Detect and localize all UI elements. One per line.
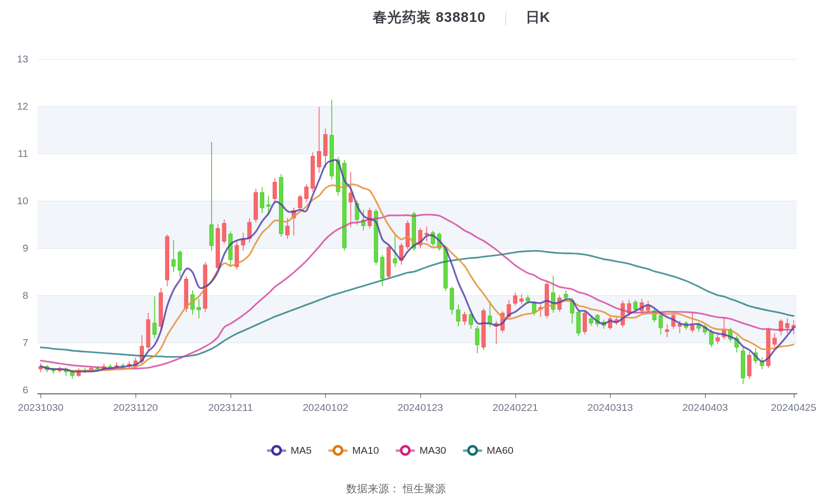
ma5-legend-icon bbox=[267, 445, 286, 456]
title-separator: ｜ bbox=[499, 9, 512, 26]
y-axis-label: 11 bbox=[0, 148, 28, 159]
legend-item-ma5[interactable]: MA5 bbox=[267, 445, 312, 456]
legend-label: MA30 bbox=[419, 445, 446, 456]
x-axis-label: 20240403 bbox=[682, 402, 728, 413]
ma60-legend-icon bbox=[463, 445, 482, 456]
y-axis-label: 8 bbox=[0, 290, 28, 301]
x-axis-label: 20240102 bbox=[303, 402, 348, 413]
x-axis-label: 20240221 bbox=[493, 402, 538, 413]
x-axis-label: 20231030 bbox=[18, 402, 63, 413]
legend: MA5 MA10 MA30 MA60 bbox=[267, 445, 513, 456]
kline-plot-canvas[interactable] bbox=[0, 0, 829, 504]
y-axis-label: 12 bbox=[0, 100, 28, 112]
y-axis-label: 13 bbox=[0, 53, 28, 65]
legend-item-ma60[interactable]: MA60 bbox=[463, 445, 513, 456]
x-axis-label: 20240425 bbox=[771, 402, 816, 413]
data-source-note: 数据来源： 恒生聚源 bbox=[346, 482, 446, 496]
x-axis-label: 20231211 bbox=[208, 402, 253, 413]
y-axis-label: 9 bbox=[0, 242, 28, 254]
chart-title: 春光药装 838810 bbox=[373, 8, 486, 27]
x-axis-label: 20240123 bbox=[397, 402, 443, 413]
y-axis-label: 7 bbox=[0, 337, 28, 349]
legend-item-ma10[interactable]: MA10 bbox=[328, 445, 379, 456]
y-axis-label: 10 bbox=[0, 195, 28, 207]
x-axis-label: 20231120 bbox=[113, 402, 158, 413]
x-axis-label: 20240313 bbox=[588, 402, 633, 413]
ma30-legend-icon bbox=[395, 445, 415, 456]
chart-title-row: 春光药装 838810 ｜ 日K bbox=[373, 8, 550, 27]
chart-period-label: 日K bbox=[526, 8, 550, 27]
ma10-legend-icon bbox=[328, 445, 348, 456]
legend-item-ma30[interactable]: MA30 bbox=[395, 445, 446, 456]
legend-label: MA10 bbox=[352, 445, 379, 456]
legend-label: MA60 bbox=[487, 445, 513, 456]
kline-chart-app: 春光药装 838810 ｜ 日K 131211109876 2023103020… bbox=[0, 0, 829, 504]
legend-label: MA5 bbox=[291, 445, 312, 456]
y-axis-label: 6 bbox=[0, 384, 28, 396]
